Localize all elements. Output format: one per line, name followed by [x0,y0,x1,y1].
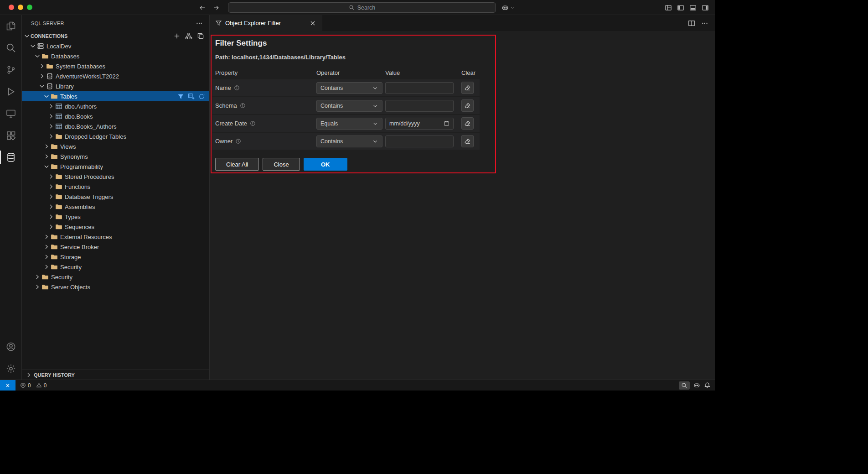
tree-item-server-objects[interactable]: Server Objects [22,282,209,292]
tree-item-localdev[interactable]: LocalDev [22,41,209,51]
chevron-down-icon[interactable] [43,163,50,170]
minimize-window-button[interactable] [18,5,23,10]
tree-item-dbo-books-authors[interactable]: dbo.Books_Authors [22,121,209,131]
operator-dropdown[interactable]: Equals [316,118,382,130]
chevron-right-icon[interactable] [43,143,50,150]
info-icon[interactable] [240,103,246,109]
activity-run-debug[interactable] [0,81,21,103]
operator-dropdown[interactable]: Contains [316,135,382,147]
info-icon[interactable] [234,85,240,91]
tree-item-storage[interactable]: Storage [22,252,209,262]
operator-dropdown[interactable]: Contains [316,82,382,94]
tree-item-databases[interactable]: Databases [22,51,209,61]
close-tab-icon[interactable] [309,20,316,27]
clear-row-button[interactable] [461,99,474,112]
connection-groups-icon[interactable] [185,32,192,40]
chevron-right-icon[interactable] [47,113,55,120]
activity-remote-explorer[interactable] [0,103,21,125]
calendar-icon[interactable] [444,120,450,126]
tree-item-dropped-ledger-tables[interactable]: Dropped Ledger Tables [22,131,209,141]
copilot-menu[interactable] [501,0,515,15]
chevron-right-icon[interactable] [38,73,46,80]
back-button[interactable] [199,4,206,11]
clear-row-button[interactable] [461,135,474,147]
chevron-right-icon[interactable] [47,103,55,110]
tab-object-explorer-filter[interactable]: Object Explorer Filter [210,15,322,31]
tree-item-system-databases[interactable]: System Databases [22,61,209,71]
operator-dropdown[interactable]: Contains [316,100,382,112]
more-actions-icon[interactable] [701,20,708,27]
value-input[interactable] [385,82,454,94]
activity-source-control[interactable] [0,59,21,81]
chevron-down-icon[interactable] [34,52,41,60]
activity-extensions[interactable] [0,125,21,146]
chevron-right-icon[interactable] [47,223,55,230]
tree-item-database-triggers[interactable]: Database Triggers [22,192,209,202]
tree-item-adventureworkslt2022[interactable]: AdventureWorksLT2022 [22,71,209,81]
chevron-down-icon[interactable] [43,93,50,100]
tree-item-stored-procedures[interactable]: Stored Procedures [22,172,209,182]
tree-item-tables[interactable]: Tables [22,91,209,101]
add-connection-icon[interactable] [173,32,181,40]
toggle-panel-icon[interactable] [689,4,697,11]
chevron-down-icon[interactable] [29,42,36,50]
copilot-status-button[interactable] [693,382,700,389]
toggle-primary-sidebar-icon[interactable] [677,4,684,11]
problems-status[interactable]: 0 0 [20,382,50,389]
activity-sql-server[interactable] [0,146,21,168]
zoom-status-button[interactable] [679,381,690,390]
chevron-right-icon[interactable] [43,243,50,250]
clear-row-button[interactable] [461,117,474,130]
connections-section-header[interactable]: CONNECTIONS [22,31,209,41]
chevron-right-icon[interactable] [38,63,46,70]
value-input[interactable] [385,100,454,112]
tree-item-dbo-authors[interactable]: dbo.Authors [22,101,209,111]
value-input[interactable] [385,135,454,147]
close-button[interactable]: Close [263,158,300,171]
activity-accounts[interactable] [0,336,21,358]
customize-layout-icon[interactable] [665,4,672,11]
tree-item-security[interactable]: Security [22,272,209,282]
toggle-secondary-sidebar-icon[interactable] [702,4,709,11]
info-icon[interactable] [250,120,256,126]
value-input[interactable]: mm/dd/yyyy [385,118,454,130]
maximize-window-button[interactable] [27,5,32,10]
chevron-right-icon[interactable] [47,133,55,140]
split-editor-icon[interactable] [688,20,695,27]
tree-item-dbo-books[interactable]: dbo.Books [22,111,209,121]
notifications-button[interactable] [704,382,711,389]
activity-search[interactable] [0,37,21,59]
activity-explorer[interactable] [0,15,21,37]
ok-button[interactable]: OK [304,158,347,171]
forward-button[interactable] [212,4,220,11]
chevron-right-icon[interactable] [47,123,55,130]
tree-item-sequences[interactable]: Sequences [22,222,209,232]
tree-item-assemblies[interactable]: Assemblies [22,202,209,212]
filter-icon[interactable] [177,93,184,100]
refresh-icon[interactable] [198,93,205,100]
remote-indicator[interactable] [0,380,16,391]
clear-all-button[interactable]: Clear All [215,158,259,171]
command-center-search[interactable]: Search [228,2,496,13]
chevron-right-icon[interactable] [43,233,50,240]
tree-item-functions[interactable]: Functions [22,182,209,192]
tree-item-types[interactable]: Types [22,212,209,222]
tree-item-security[interactable]: Security [22,262,209,272]
chevron-right-icon[interactable] [34,273,41,281]
chevron-down-icon[interactable] [38,83,46,90]
chevron-right-icon[interactable] [34,283,41,291]
clear-row-button[interactable] [461,82,474,94]
tree-item-external-resources[interactable]: External Resources [22,232,209,242]
chevron-right-icon[interactable] [47,193,55,200]
tree-item-programmability[interactable]: Programmability [22,161,209,172]
more-actions-icon[interactable] [196,20,203,27]
chevron-right-icon[interactable] [43,253,50,260]
chevron-right-icon[interactable] [47,173,55,180]
tree-item-synonyms[interactable]: Synonyms [22,151,209,161]
query-history-section[interactable]: QUERY HISTORY [22,370,209,380]
tree-item-library[interactable]: Library [22,81,209,91]
chevron-right-icon[interactable] [47,203,55,210]
close-window-button[interactable] [9,5,14,10]
chevron-right-icon[interactable] [47,183,55,190]
chevron-right-icon[interactable] [47,213,55,220]
